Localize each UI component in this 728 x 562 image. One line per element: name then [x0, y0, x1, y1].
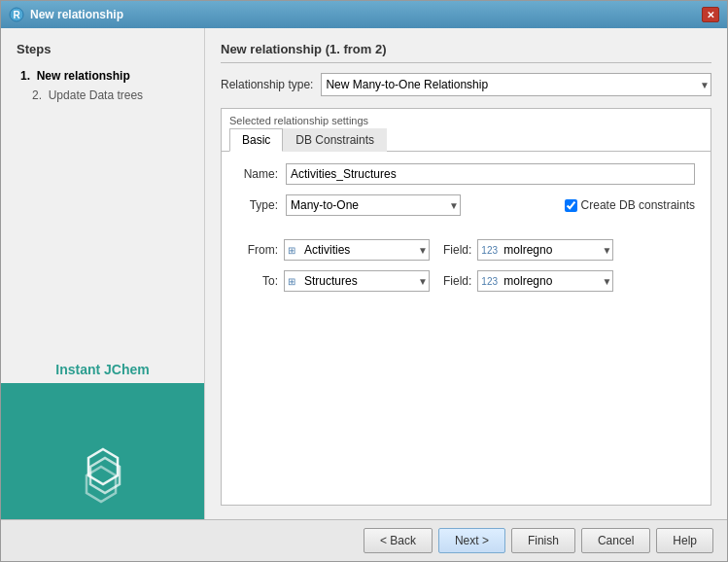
name-label: Name:: [237, 167, 278, 181]
right-panel: New relationship (1. from 2) Relationshi…: [205, 28, 727, 519]
from-select[interactable]: Activities: [284, 239, 430, 261]
new-relationship-dialog: R New relationship ✕ Steps 1. New relati…: [0, 0, 728, 562]
type-select-wrapper: Many-to-One ▼: [286, 194, 461, 216]
title-bar-left: R New relationship: [9, 7, 123, 22]
panel-title: New relationship (1. from 2): [221, 42, 711, 63]
spacer: [237, 226, 695, 229]
from-select-wrapper: ⊞ Activities ▼: [284, 239, 430, 261]
rel-type-label: Relationship type:: [221, 78, 313, 91]
dialog-title: New relationship: [30, 8, 123, 21]
settings-box: Selected relationship settings Basic DB …: [221, 108, 711, 506]
type-select[interactable]: Many-to-One: [286, 194, 461, 216]
type-label: Type:: [237, 198, 278, 212]
help-button[interactable]: Help: [656, 528, 713, 553]
rel-type-select[interactable]: New Many-to-One Relationship: [321, 73, 711, 96]
dialog-icon: R: [9, 7, 24, 22]
name-row: Name:: [237, 163, 695, 185]
steps-section: Steps 1. New relationship 2. Update Data…: [1, 28, 204, 356]
branding-area: Instant JChem: [1, 356, 204, 519]
create-db-label: Create DB constraints: [581, 198, 695, 212]
relationship-type-row: Relationship type: New Many-to-One Relat…: [221, 73, 711, 96]
to-field-select-wrapper: 123 molregno ▼: [477, 270, 613, 292]
to-row: To: ⊞ Structures ▼ Field: 123: [237, 270, 695, 292]
molecule-icon: [69, 441, 137, 509]
brand-bg: [1, 383, 204, 519]
main-content: Steps 1. New relationship 2. Update Data…: [1, 28, 727, 519]
type-row: Type: Many-to-One ▼ Create DB constraint…: [237, 194, 695, 216]
to-select[interactable]: Structures: [284, 270, 430, 292]
to-label: To:: [237, 274, 278, 288]
next-button[interactable]: Next >: [438, 528, 505, 553]
to-select-wrapper: ⊞ Structures ▼: [284, 270, 430, 292]
create-db-checkbox[interactable]: [565, 199, 577, 212]
finish-button[interactable]: Finish: [511, 528, 575, 553]
title-bar: R New relationship ✕: [1, 1, 727, 28]
db-constraint-row: Create DB constraints: [565, 198, 695, 212]
tab-basic[interactable]: Basic: [229, 128, 283, 152]
sidebar: Steps 1. New relationship 2. Update Data…: [1, 28, 205, 519]
brand-label: Instant JChem: [1, 356, 204, 383]
name-input[interactable]: [286, 163, 695, 185]
to-field-label: Field:: [443, 274, 471, 288]
tab-db-constraints[interactable]: DB Constraints: [283, 128, 387, 152]
settings-label: Selected relationship settings: [222, 109, 711, 128]
close-button[interactable]: ✕: [702, 7, 719, 22]
step-2-item[interactable]: 2. Update Data trees: [17, 86, 189, 105]
from-field-label: Field:: [443, 243, 471, 257]
steps-title: Steps: [17, 42, 189, 56]
rel-type-select-wrapper: New Many-to-One Relationship ▼: [321, 73, 711, 96]
cancel-button[interactable]: Cancel: [581, 528, 650, 553]
form-area: Name: Type: Many-to-One ▼: [222, 152, 711, 303]
back-button[interactable]: < Back: [364, 528, 433, 553]
from-field-select-wrapper: 123 molregno ▼: [477, 239, 613, 261]
from-row: From: ⊞ Activities ▼ Field: 123: [237, 239, 695, 261]
from-label: From:: [237, 243, 278, 257]
step-1-item[interactable]: 1. New relationship: [17, 66, 189, 86]
svg-text:R: R: [13, 10, 20, 20]
to-field-select[interactable]: molregno: [477, 270, 613, 292]
footer: < Back Next > Finish Cancel Help: [1, 519, 727, 561]
from-field-select[interactable]: molregno: [477, 239, 613, 261]
tabs: Basic DB Constraints: [222, 128, 711, 152]
